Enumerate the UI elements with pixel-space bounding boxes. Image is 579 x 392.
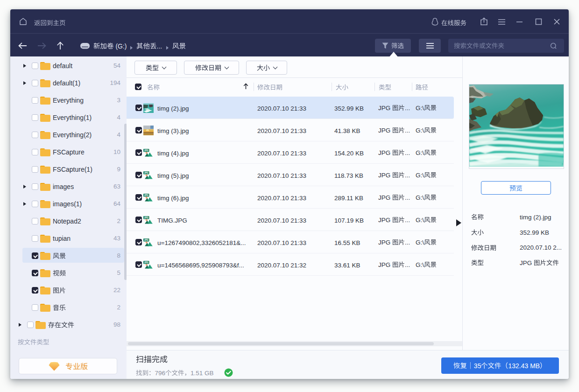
svg-text:JPG: JPG [144,172,149,174]
svg-text:JPG: JPG [144,149,149,152]
svg-text:JPG: JPG [144,261,149,264]
svg-text:JPG: JPG [144,239,149,241]
svg-text:JPG: JPG [144,217,149,219]
svg-text:JPG: JPG [144,194,149,196]
